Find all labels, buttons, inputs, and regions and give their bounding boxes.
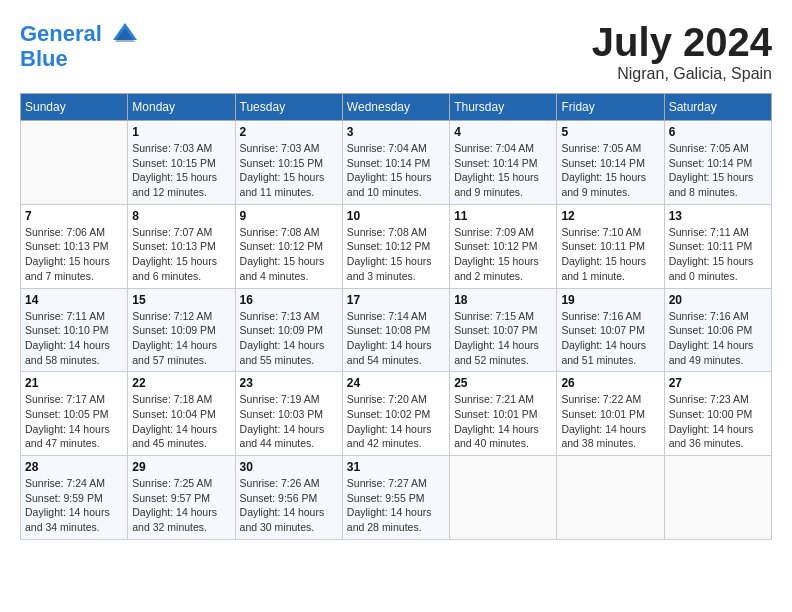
day-info: Sunrise: 7:22 AM Sunset: 10:01 PM Daylig…	[561, 392, 659, 451]
day-number: 7	[25, 209, 123, 223]
sunrise: Sunrise: 7:04 AM	[347, 141, 445, 156]
day-info: Sunrise: 7:24 AM Sunset: 9:59 PM Dayligh…	[25, 476, 123, 535]
calendar-cell: 31 Sunrise: 7:27 AM Sunset: 9:55 PM Dayl…	[342, 456, 449, 540]
sunrise: Sunrise: 7:18 AM	[132, 392, 230, 407]
sunrise: Sunrise: 7:16 AM	[561, 309, 659, 324]
sunset: Sunset: 10:01 PM	[454, 407, 552, 422]
sunrise: Sunrise: 7:15 AM	[454, 309, 552, 324]
day-number: 25	[454, 376, 552, 390]
daylight: Daylight: 14 hours and 58 minutes.	[25, 338, 123, 367]
daylight: Daylight: 14 hours and 54 minutes.	[347, 338, 445, 367]
calendar-week-row: 7 Sunrise: 7:06 AM Sunset: 10:13 PM Dayl…	[21, 204, 772, 288]
day-number: 27	[669, 376, 767, 390]
day-number: 8	[132, 209, 230, 223]
sunset: Sunset: 10:08 PM	[347, 323, 445, 338]
sunrise: Sunrise: 7:05 AM	[561, 141, 659, 156]
sunset: Sunset: 10:05 PM	[25, 407, 123, 422]
calendar-table: SundayMondayTuesdayWednesdayThursdayFrid…	[20, 93, 772, 540]
daylight: Daylight: 14 hours and 51 minutes.	[561, 338, 659, 367]
day-info: Sunrise: 7:08 AM Sunset: 10:12 PM Daylig…	[240, 225, 338, 284]
day-number: 26	[561, 376, 659, 390]
day-info: Sunrise: 7:10 AM Sunset: 10:11 PM Daylig…	[561, 225, 659, 284]
day-number: 23	[240, 376, 338, 390]
sunrise: Sunrise: 7:14 AM	[347, 309, 445, 324]
sunrise: Sunrise: 7:16 AM	[669, 309, 767, 324]
day-info: Sunrise: 7:17 AM Sunset: 10:05 PM Daylig…	[25, 392, 123, 451]
day-info: Sunrise: 7:06 AM Sunset: 10:13 PM Daylig…	[25, 225, 123, 284]
sunrise: Sunrise: 7:10 AM	[561, 225, 659, 240]
calendar-cell: 2 Sunrise: 7:03 AM Sunset: 10:15 PM Dayl…	[235, 121, 342, 205]
calendar-cell: 15 Sunrise: 7:12 AM Sunset: 10:09 PM Day…	[128, 288, 235, 372]
calendar-cell: 7 Sunrise: 7:06 AM Sunset: 10:13 PM Dayl…	[21, 204, 128, 288]
calendar-cell: 10 Sunrise: 7:08 AM Sunset: 10:12 PM Day…	[342, 204, 449, 288]
calendar-cell: 21 Sunrise: 7:17 AM Sunset: 10:05 PM Day…	[21, 372, 128, 456]
sunrise: Sunrise: 7:12 AM	[132, 309, 230, 324]
sunset: Sunset: 9:55 PM	[347, 491, 445, 506]
daylight: Daylight: 15 hours and 6 minutes.	[132, 254, 230, 283]
day-number: 1	[132, 125, 230, 139]
day-number: 4	[454, 125, 552, 139]
day-info: Sunrise: 7:04 AM Sunset: 10:14 PM Daylig…	[454, 141, 552, 200]
weekday-header: Saturday	[664, 94, 771, 121]
weekday-header: Sunday	[21, 94, 128, 121]
day-info: Sunrise: 7:16 AM Sunset: 10:07 PM Daylig…	[561, 309, 659, 368]
calendar-cell: 11 Sunrise: 7:09 AM Sunset: 10:12 PM Day…	[450, 204, 557, 288]
page-header: General Blue July 2024 Nigran, Galicia, …	[20, 20, 772, 83]
calendar-cell: 23 Sunrise: 7:19 AM Sunset: 10:03 PM Day…	[235, 372, 342, 456]
sunrise: Sunrise: 7:09 AM	[454, 225, 552, 240]
weekday-header: Wednesday	[342, 94, 449, 121]
calendar-cell: 25 Sunrise: 7:21 AM Sunset: 10:01 PM Day…	[450, 372, 557, 456]
day-number: 16	[240, 293, 338, 307]
sunset: Sunset: 10:11 PM	[669, 239, 767, 254]
day-number: 3	[347, 125, 445, 139]
daylight: Daylight: 14 hours and 57 minutes.	[132, 338, 230, 367]
day-number: 29	[132, 460, 230, 474]
weekday-header-row: SundayMondayTuesdayWednesdayThursdayFrid…	[21, 94, 772, 121]
weekday-header: Thursday	[450, 94, 557, 121]
title-block: July 2024 Nigran, Galicia, Spain	[592, 20, 772, 83]
sunrise: Sunrise: 7:23 AM	[669, 392, 767, 407]
day-number: 12	[561, 209, 659, 223]
day-info: Sunrise: 7:25 AM Sunset: 9:57 PM Dayligh…	[132, 476, 230, 535]
sunrise: Sunrise: 7:08 AM	[240, 225, 338, 240]
daylight: Daylight: 14 hours and 55 minutes.	[240, 338, 338, 367]
day-number: 30	[240, 460, 338, 474]
sunset: Sunset: 10:13 PM	[132, 239, 230, 254]
calendar-cell: 27 Sunrise: 7:23 AM Sunset: 10:00 PM Day…	[664, 372, 771, 456]
calendar-cell: 8 Sunrise: 7:07 AM Sunset: 10:13 PM Dayl…	[128, 204, 235, 288]
calendar-cell: 22 Sunrise: 7:18 AM Sunset: 10:04 PM Day…	[128, 372, 235, 456]
sunrise: Sunrise: 7:21 AM	[454, 392, 552, 407]
day-number: 20	[669, 293, 767, 307]
day-number: 9	[240, 209, 338, 223]
day-info: Sunrise: 7:14 AM Sunset: 10:08 PM Daylig…	[347, 309, 445, 368]
day-info: Sunrise: 7:26 AM Sunset: 9:56 PM Dayligh…	[240, 476, 338, 535]
sunset: Sunset: 10:07 PM	[454, 323, 552, 338]
location: Nigran, Galicia, Spain	[592, 65, 772, 83]
calendar-cell	[664, 456, 771, 540]
sunset: Sunset: 9:57 PM	[132, 491, 230, 506]
calendar-cell: 4 Sunrise: 7:04 AM Sunset: 10:14 PM Dayl…	[450, 121, 557, 205]
calendar-cell: 1 Sunrise: 7:03 AM Sunset: 10:15 PM Dayl…	[128, 121, 235, 205]
calendar-cell: 6 Sunrise: 7:05 AM Sunset: 10:14 PM Dayl…	[664, 121, 771, 205]
daylight: Daylight: 14 hours and 30 minutes.	[240, 505, 338, 534]
calendar-cell	[21, 121, 128, 205]
daylight: Daylight: 14 hours and 42 minutes.	[347, 422, 445, 451]
day-number: 18	[454, 293, 552, 307]
day-info: Sunrise: 7:12 AM Sunset: 10:09 PM Daylig…	[132, 309, 230, 368]
day-number: 5	[561, 125, 659, 139]
day-number: 17	[347, 293, 445, 307]
sunset: Sunset: 10:07 PM	[561, 323, 659, 338]
calendar-cell: 9 Sunrise: 7:08 AM Sunset: 10:12 PM Dayl…	[235, 204, 342, 288]
calendar-cell: 3 Sunrise: 7:04 AM Sunset: 10:14 PM Dayl…	[342, 121, 449, 205]
sunset: Sunset: 10:10 PM	[25, 323, 123, 338]
day-info: Sunrise: 7:05 AM Sunset: 10:14 PM Daylig…	[561, 141, 659, 200]
calendar-cell: 28 Sunrise: 7:24 AM Sunset: 9:59 PM Dayl…	[21, 456, 128, 540]
sunrise: Sunrise: 7:13 AM	[240, 309, 338, 324]
weekday-header: Monday	[128, 94, 235, 121]
daylight: Daylight: 15 hours and 9 minutes.	[454, 170, 552, 199]
sunrise: Sunrise: 7:11 AM	[25, 309, 123, 324]
day-info: Sunrise: 7:05 AM Sunset: 10:14 PM Daylig…	[669, 141, 767, 200]
calendar-cell: 19 Sunrise: 7:16 AM Sunset: 10:07 PM Day…	[557, 288, 664, 372]
day-number: 31	[347, 460, 445, 474]
daylight: Daylight: 14 hours and 38 minutes.	[561, 422, 659, 451]
